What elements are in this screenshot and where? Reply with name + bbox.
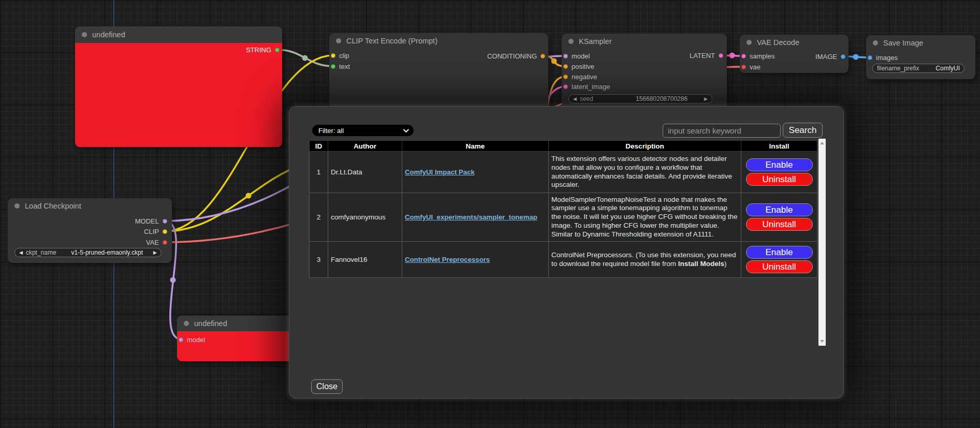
output-port-dot[interactable] — [275, 48, 280, 52]
input-images[interactable]: images — [868, 53, 898, 62]
node-load-checkpoint[interactable]: Load Checkpoint MODEL CLIP VAE ◀ ckpt_na… — [8, 198, 172, 263]
filter-select-value: Filter: all — [318, 127, 344, 135]
node-collapse-dot[interactable] — [82, 32, 87, 37]
link-dot[interactable] — [853, 54, 859, 60]
input-samples[interactable]: samples — [741, 51, 774, 61]
cell-name: ComfyUI_experiments/sampler_tonemap — [402, 193, 549, 242]
output-latent[interactable]: LATENT — [690, 51, 723, 60]
node-collapse-dot[interactable] — [568, 39, 574, 44]
input-port-dot[interactable] — [741, 54, 746, 58]
link-dot[interactable] — [729, 53, 735, 58]
node-ksampler[interactable]: KSampler model positive negative latent_… — [562, 34, 727, 114]
node-title-bar[interactable]: undefined — [75, 26, 282, 43]
node-undefined-top[interactable]: undefined STRING — [75, 26, 282, 147]
input-port-dot[interactable] — [331, 53, 335, 58]
decrement-arrow-icon[interactable]: ◀ — [19, 250, 23, 255]
port-label: positive — [572, 63, 594, 70]
output-port-dot[interactable] — [841, 54, 845, 59]
output-port-dot[interactable] — [540, 54, 545, 58]
scroll-up-icon[interactable] — [820, 142, 824, 144]
input-negative[interactable]: negative — [563, 72, 597, 81]
output-port-dot[interactable] — [719, 53, 723, 58]
node-graph-canvas[interactable]: undefined STRING CLIP Text Encode (Promp… — [0, 0, 980, 428]
input-port-dot[interactable] — [563, 54, 568, 58]
node-save-image[interactable]: Save Image images filename_prefix ComfyU… — [866, 35, 975, 79]
link-dot[interactable] — [246, 193, 252, 199]
node-title-bar[interactable]: Save Image — [866, 35, 975, 51]
header-name: Name — [402, 141, 549, 152]
output-string[interactable]: STRING — [246, 45, 280, 54]
scroll-down-icon[interactable] — [820, 340, 824, 343]
input-port-dot[interactable] — [563, 75, 568, 79]
output-port-dot[interactable] — [163, 219, 167, 224]
input-port-dot[interactable] — [563, 64, 568, 69]
filename-prefix-widget[interactable]: filename_prefix ComfyUI — [872, 64, 964, 73]
output-port-dot[interactable] — [163, 240, 167, 245]
link-dot[interactable] — [551, 58, 557, 64]
port-label: model — [187, 336, 205, 344]
node-title-bar[interactable]: Load Checkpoint — [8, 198, 172, 214]
port-label: text — [339, 63, 350, 70]
output-model[interactable]: MODEL — [135, 216, 167, 226]
uninstall-button[interactable]: Uninstall — [746, 218, 813, 231]
input-positive[interactable]: positive — [563, 62, 594, 71]
port-label: model — [572, 52, 590, 60]
seed-widget[interactable]: ◀ seed 156680208700286 ▶ — [568, 94, 712, 104]
search-button[interactable]: Search — [783, 123, 823, 138]
node-undefined-bottom[interactable]: undefined model — [177, 316, 296, 361]
cell-description: ControlNet Preprocessors. (To use this e… — [549, 242, 741, 278]
increment-arrow-icon[interactable]: ▶ — [153, 250, 157, 255]
ckpt-name-widget[interactable]: ◀ ckpt_name v1-5-pruned-emaonly.ckpt ▶ — [14, 248, 162, 257]
extension-table-body: 1Dr.Lt.DataComfyUI Impact PackThis exten… — [310, 152, 817, 278]
cell-author: Fannovel16 — [328, 242, 402, 278]
uninstall-button[interactable]: Uninstall — [746, 173, 813, 186]
output-conditioning[interactable]: CONDITIONING — [487, 51, 545, 61]
enable-button[interactable]: Enable — [746, 246, 813, 259]
uninstall-button[interactable]: Uninstall — [746, 260, 813, 273]
close-button[interactable]: Close — [311, 379, 343, 394]
node-title-bar[interactable]: VAE Decode — [740, 35, 849, 50]
node-collapse-dot[interactable] — [336, 38, 341, 43]
extension-link[interactable]: ComfyUI_experiments/sampler_tonemap — [405, 213, 537, 221]
input-port-dot[interactable] — [563, 84, 568, 89]
node-collapse-dot[interactable] — [14, 203, 20, 209]
extension-row: 1Dr.Lt.DataComfyUI Impact PackThis exten… — [310, 152, 817, 193]
node-title-bar[interactable]: CLIP Text Encode (Prompt) — [329, 33, 548, 49]
extension-link[interactable]: ControlNet Preprocessors — [405, 256, 490, 263]
output-vae[interactable]: VAE — [146, 238, 167, 247]
filter-select[interactable]: Filter: all — [312, 125, 414, 136]
widget-label: filename_prefix — [877, 65, 919, 72]
node-collapse-dot[interactable] — [873, 40, 878, 46]
input-latent-image[interactable]: latent_image — [563, 82, 610, 91]
cell-name: ControlNet Preprocessors — [402, 242, 549, 278]
enable-button[interactable]: Enable — [746, 203, 813, 216]
input-model[interactable]: model — [179, 335, 205, 344]
link-dot[interactable] — [302, 55, 308, 61]
cell-name: ComfyUI Impact Pack — [402, 152, 549, 193]
decrement-arrow-icon[interactable]: ◀ — [573, 97, 577, 101]
input-model[interactable]: model — [563, 51, 590, 61]
node-title-bar[interactable]: undefined — [177, 316, 296, 331]
cell-description: This extension offers various detector n… — [549, 152, 741, 193]
port-label: LATENT — [690, 52, 715, 60]
input-port-dot[interactable] — [331, 64, 335, 69]
modal-scrollbar[interactable] — [818, 139, 826, 346]
enable-button[interactable]: Enable — [746, 158, 813, 171]
search-input[interactable] — [663, 124, 781, 138]
input-clip[interactable]: clip — [331, 51, 349, 60]
output-image[interactable]: IMAGE — [815, 52, 845, 61]
extension-link[interactable]: ComfyUI Impact Pack — [405, 168, 475, 176]
increment-arrow-icon[interactable]: ▶ — [704, 97, 708, 101]
input-text[interactable]: text — [331, 62, 350, 71]
output-port-dot[interactable] — [163, 229, 167, 234]
input-port-dot[interactable] — [741, 65, 746, 69]
node-title-bar[interactable]: KSampler — [562, 34, 727, 49]
input-port-dot[interactable] — [179, 337, 183, 342]
node-collapse-dot[interactable] — [747, 40, 752, 45]
node-vae-decode[interactable]: VAE Decode samples vae IMAGE — [740, 35, 849, 73]
node-collapse-dot[interactable] — [184, 321, 189, 326]
output-clip[interactable]: CLIP — [144, 227, 167, 236]
input-port-dot[interactable] — [868, 55, 872, 60]
input-vae[interactable]: vae — [741, 62, 760, 71]
link-dot[interactable] — [170, 277, 176, 283]
